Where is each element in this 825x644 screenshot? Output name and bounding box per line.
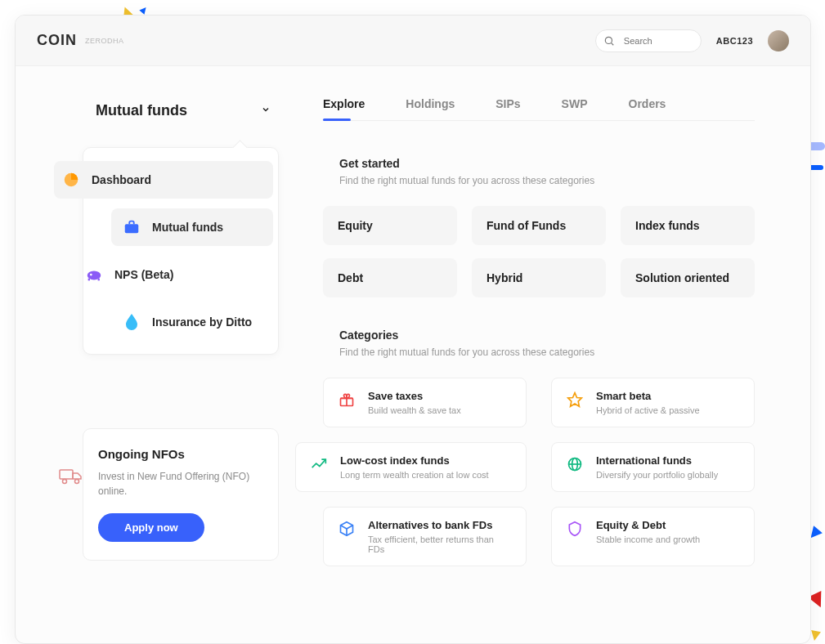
avatar[interactable] [768,30,789,51]
category-desc: Build wealth & save tax [368,405,461,415]
svg-rect-6 [88,279,90,281]
search-icon [603,34,616,47]
svg-line-1 [611,42,613,45]
svg-rect-3 [125,224,139,233]
nfo-card: Ongoing NFOs Invest in New Fund Offering… [83,428,279,561]
category-international[interactable]: International funds Diversify your portf… [551,442,755,492]
nav-label: Insurance by Ditto [152,315,252,329]
decoration [809,630,821,642]
chip-equity[interactable]: Equity [323,206,457,245]
chip-hybrid[interactable]: Hybrid [472,258,606,297]
category-low-cost-index[interactable]: Low-cost index funds Long term wealth cr… [295,442,527,492]
nav-menu: Dashboard Mutual funds NPS (Beta) [83,147,279,355]
pie-chart-icon [62,171,80,189]
shield-icon [565,519,585,539]
chevron-down-icon [261,105,271,117]
categories-section: Categories Find the right mutual funds f… [323,329,755,566]
tab-swp[interactable]: SWP [562,97,588,120]
logo: COIN ZERODHA [37,32,124,49]
category-desc: Tax efficient, better returns than FDs [368,534,513,554]
nav-item-insurance[interactable]: Insurance by Ditto [111,303,273,341]
nfo-title: Ongoing NFOs [98,447,263,461]
product-dropdown[interactable]: Mutual funds [83,97,279,124]
gift-icon [337,390,356,409]
chip-solution-oriented[interactable]: Solution oriented [621,258,755,297]
tab-explore[interactable]: Explore [323,97,365,120]
category-desc: Stable income and growth [596,534,700,544]
category-title: Low-cost index funds [340,454,489,467]
svg-point-10 [75,480,79,484]
chip-fund-of-funds[interactable]: Fund of Funds [472,206,606,245]
tabs: Explore Holdings SIPs SWP Orders [323,97,755,121]
category-title: Save taxes [368,390,461,402]
apply-now-button[interactable]: Apply now [98,513,204,542]
section-subtitle: Find the right mutual funds for you acro… [339,347,755,358]
svg-point-5 [90,274,92,276]
category-smart-beta[interactable]: Smart beta Hybrid of active & passive [551,378,755,427]
svg-rect-8 [60,470,73,479]
svg-point-9 [63,480,67,484]
nfo-description: Invest in New Fund Offering (NFO) online… [98,469,263,499]
section-title: Get started [339,157,755,170]
search-box[interactable] [595,29,702,52]
tab-sips[interactable]: SIPs [495,97,520,120]
svg-point-0 [605,37,612,43]
category-title: Alternatives to bank FDs [368,519,513,531]
category-desc: Hybrid of active & passive [596,405,700,415]
star-icon [565,390,585,409]
drop-icon [123,313,141,331]
category-title: Smart beta [596,390,700,402]
svg-rect-7 [98,279,100,281]
tab-holdings[interactable]: Holdings [406,97,455,120]
briefcase-icon [123,218,141,236]
section-subtitle: Find the right mutual funds for you acro… [339,175,755,186]
svg-marker-14 [568,393,582,407]
category-alternatives-fds[interactable]: Alternatives to bank FDs Tax efficient, … [323,507,527,566]
tab-orders[interactable]: Orders [629,97,666,120]
nav-label: Mutual funds [152,221,223,234]
category-title: International funds [596,454,718,467]
truck-icon [59,467,83,490]
category-save-taxes[interactable]: Save taxes Build wealth & save tax [323,378,527,427]
chip-debt[interactable]: Debt [323,258,457,297]
decoration [139,5,148,14]
category-desc: Long term wealth creation at low cost [340,470,489,480]
nav-item-nps[interactable]: NPS (Beta) [74,256,273,293]
app-frame: COIN ZERODHA ABC123 Mutual funds [15,15,811,644]
client-id: ABC123 [716,36,753,46]
cube-icon [337,519,356,539]
topbar: COIN ZERODHA ABC123 [16,16,810,66]
logo-subtext: ZERODHA [85,37,124,45]
search-input[interactable] [624,36,681,46]
category-desc: Diversify your portfolio globally [596,470,718,480]
logo-text: COIN [37,32,77,49]
nav-label: NPS (Beta) [114,268,173,281]
get-started-section: Get started Find the right mutual funds … [323,157,755,297]
nav-item-mutual-funds[interactable]: Mutual funds [111,208,273,246]
category-title: Equity & Debt [596,519,700,531]
category-equity-debt[interactable]: Equity & Debt Stable income and growth [551,507,755,566]
product-dropdown-label: Mutual funds [96,102,187,119]
piggy-bank-icon [85,266,103,284]
chip-index-funds[interactable]: Index funds [621,206,755,245]
nav-label: Dashboard [92,173,151,186]
section-title: Categories [339,329,755,342]
trend-up-icon [309,454,329,474]
nav-item-dashboard[interactable]: Dashboard [54,161,273,199]
globe-icon [565,454,585,474]
